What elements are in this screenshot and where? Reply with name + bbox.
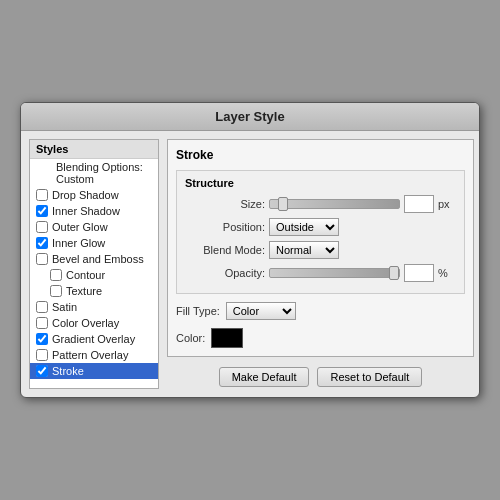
position-select[interactable]: Outside Inside Center xyxy=(269,218,339,236)
item-label-drop-shadow: Drop Shadow xyxy=(52,189,154,201)
blend-mode-label: Blend Mode: xyxy=(185,244,265,256)
styles-panel: Styles Blending Options: CustomDrop Shad… xyxy=(29,139,159,389)
item-label-bevel-emboss: Bevel and Emboss xyxy=(52,253,154,265)
opacity-row: Opacity: 100 % xyxy=(185,264,456,282)
checkbox-drop-shadow[interactable] xyxy=(36,189,48,201)
checkbox-inner-glow[interactable] xyxy=(36,237,48,249)
structure-section: Structure Size: 7 px Positio xyxy=(176,170,465,294)
sidebar-item-outer-glow[interactable]: Outer Glow xyxy=(30,219,158,235)
layer-style-dialog: Layer Style Styles Blending Options: Cus… xyxy=(20,102,480,398)
color-label: Color: xyxy=(176,332,205,344)
sidebar-item-inner-glow[interactable]: Inner Glow xyxy=(30,235,158,251)
item-label-inner-shadow: Inner Shadow xyxy=(52,205,154,217)
item-label-outer-glow: Outer Glow xyxy=(52,221,154,233)
stroke-title: Stroke xyxy=(176,148,465,162)
sidebar-item-satin[interactable]: Satin xyxy=(30,299,158,315)
sidebar-item-stroke[interactable]: Stroke xyxy=(30,363,158,379)
checkbox-outer-glow[interactable] xyxy=(36,221,48,233)
position-row: Position: Outside Inside Center xyxy=(185,218,456,236)
sidebar-item-blending-options[interactable]: Blending Options: Custom xyxy=(30,159,158,187)
item-label-contour: Contour xyxy=(66,269,154,281)
checkbox-contour[interactable] xyxy=(50,269,62,281)
opacity-input[interactable]: 100 xyxy=(404,264,434,282)
blend-mode-row: Blend Mode: Normal Multiply Screen xyxy=(185,241,456,259)
stroke-content: Stroke Structure Size: 7 px xyxy=(167,139,474,357)
opacity-unit: % xyxy=(438,267,456,279)
item-label-pattern-overlay: Pattern Overlay xyxy=(52,349,154,361)
bottom-buttons: Make Default Reset to Default xyxy=(167,363,474,389)
right-panel: Stroke Structure Size: 7 px xyxy=(167,139,474,389)
sidebar-item-texture[interactable]: Texture xyxy=(30,283,158,299)
item-label-color-overlay: Color Overlay xyxy=(52,317,154,329)
item-label-gradient-overlay: Gradient Overlay xyxy=(52,333,154,345)
color-swatch[interactable] xyxy=(211,328,243,348)
make-default-button[interactable]: Make Default xyxy=(219,367,310,387)
fill-type-select[interactable]: Color Gradient Pattern xyxy=(226,302,296,320)
color-row: Color: xyxy=(176,328,465,348)
sidebar-item-color-overlay[interactable]: Color Overlay xyxy=(30,315,158,331)
checkbox-bevel-emboss[interactable] xyxy=(36,253,48,265)
checkbox-color-overlay[interactable] xyxy=(36,317,48,329)
blend-mode-select[interactable]: Normal Multiply Screen xyxy=(269,241,339,259)
position-label: Position: xyxy=(185,221,265,233)
opacity-slider-container: 100 % xyxy=(269,264,456,282)
size-label: Size: xyxy=(185,198,265,210)
item-label-inner-glow: Inner Glow xyxy=(52,237,154,249)
checkbox-gradient-overlay[interactable] xyxy=(36,333,48,345)
sidebar-item-pattern-overlay[interactable]: Pattern Overlay xyxy=(30,347,158,363)
size-slider[interactable] xyxy=(269,199,400,209)
size-row: Size: 7 px xyxy=(185,195,456,213)
sidebar-item-gradient-overlay[interactable]: Gradient Overlay xyxy=(30,331,158,347)
dialog-title: Layer Style xyxy=(21,103,479,131)
checkbox-stroke[interactable] xyxy=(36,365,48,377)
checkbox-texture[interactable] xyxy=(50,285,62,297)
checkbox-pattern-overlay[interactable] xyxy=(36,349,48,361)
sidebar-item-contour[interactable]: Contour xyxy=(30,267,158,283)
item-label-blending-options: Blending Options: Custom xyxy=(56,161,154,185)
size-unit: px xyxy=(438,198,456,210)
sidebar-item-bevel-emboss[interactable]: Bevel and Emboss xyxy=(30,251,158,267)
item-label-texture: Texture xyxy=(66,285,154,297)
checkbox-inner-shadow[interactable] xyxy=(36,205,48,217)
fill-type-row: Fill Type: Color Gradient Pattern xyxy=(176,302,465,320)
styles-header: Styles xyxy=(30,140,158,159)
size-input[interactable]: 7 xyxy=(404,195,434,213)
opacity-slider[interactable] xyxy=(269,268,400,278)
opacity-label: Opacity: xyxy=(185,267,265,279)
size-slider-container: 7 px xyxy=(269,195,456,213)
item-label-satin: Satin xyxy=(52,301,154,313)
reset-to-default-button[interactable]: Reset to Default xyxy=(317,367,422,387)
fill-type-label: Fill Type: xyxy=(176,305,220,317)
sidebar-item-inner-shadow[interactable]: Inner Shadow xyxy=(30,203,158,219)
structure-title: Structure xyxy=(185,177,456,189)
sidebar-item-drop-shadow[interactable]: Drop Shadow xyxy=(30,187,158,203)
checkbox-satin[interactable] xyxy=(36,301,48,313)
item-label-stroke: Stroke xyxy=(52,365,154,377)
